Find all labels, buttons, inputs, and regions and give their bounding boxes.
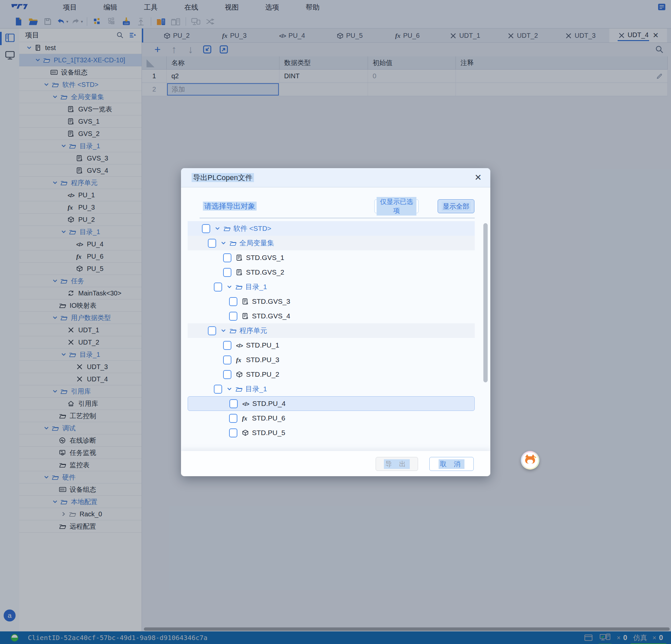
export-tree-label: 全局变量集 [239,238,274,248]
export-tree-item-global-var-sets[interactable]: 全局变量集 [188,236,475,250]
export-tree-label: STD.PU_6 [252,414,285,422]
checkbox[interactable] [229,414,237,423]
export-button[interactable]: 导 出 [376,457,418,471]
export-tree-label: STD.GVS_4 [252,312,290,320]
dialog-header[interactable]: 导出PLCopen文件 ✕ [181,168,490,187]
export-tree-label: 程序单元 [239,326,267,335]
export-tree-item-std-pu-2[interactable]: STD.PU_2 [188,367,475,382]
chevron-down-icon[interactable] [227,284,236,290]
folder-icon [236,284,245,290]
chevron-down-icon[interactable] [215,226,224,231]
checkbox[interactable] [223,268,231,277]
checkbox[interactable] [223,341,231,350]
export-tree-label: STD.GVS_2 [246,268,284,276]
export-tree-label: STD.PU_5 [252,429,285,437]
chevron-down-icon[interactable] [227,386,236,392]
checkbox[interactable] [223,253,231,262]
gvs-icon [242,313,252,319]
close-icon[interactable]: ✕ [474,173,482,183]
export-tree-item-std-pu-4[interactable]: </>STD.PU_4 [188,396,475,411]
export-tree-label: 软件 <STD> [233,224,271,233]
chevron-down-icon[interactable] [221,328,229,333]
assistant-avatar-button[interactable]: ✦ [521,451,540,470]
dialog-scrollbar[interactable] [483,221,488,447]
code-icon: </> [236,341,246,349]
fx-icon: fx [236,356,246,364]
gvs-icon [236,254,246,261]
gvs-icon [242,298,252,305]
export-object-tree: 软件 <STD>全局变量集STD.GVS_1STD.GVS_2目录_1STD.G… [188,221,475,443]
cancel-button[interactable]: 取 消 [429,457,474,471]
export-tree-label: STD.PU_2 [246,370,279,378]
checkbox[interactable] [229,428,237,438]
dialog-footer: 导 出 取 消 [181,451,490,476]
cube-icon [242,429,252,436]
gvs-icon [236,269,246,276]
export-tree-item-software-std[interactable]: 软件 <STD> [188,221,475,236]
export-tree-item-std-pu-3[interactable]: fxSTD.PU_3 [188,353,475,367]
code-icon: </> [242,400,252,407]
fx-icon: fx [242,414,252,422]
export-plcopen-dialog: 导出PLCopen文件 ✕ 请选择导出对象 仅显示已选项 显示全部 软件 <ST… [181,168,490,476]
export-tree-item-std-gvs-1[interactable]: STD.GVS_1 [188,250,475,265]
dialog-prompt: 请选择导出对象 [203,202,257,211]
export-tree-label: STD.PU_4 [252,400,286,407]
show-all-button[interactable]: 显示全部 [438,199,474,213]
export-tree-label: 目录_1 [245,282,267,291]
checkbox[interactable] [208,326,216,335]
export-tree-item-program-units[interactable]: 程序单元 [188,323,475,338]
export-tree-item-std-pu-1[interactable]: </>STD.PU_1 [188,338,475,353]
folder-icon [224,226,233,232]
export-tree-label: 目录_1 [245,384,267,394]
export-tree-item-dir-1-gvs[interactable]: 目录_1 [188,280,475,294]
checkbox[interactable] [214,282,222,291]
folder-icon [229,328,239,334]
checkbox[interactable] [223,370,231,379]
dialog-title: 导出PLCopen文件 [192,173,254,182]
fox-face-icon: ✦ [522,452,538,468]
export-tree-item-std-gvs-2[interactable]: STD.GVS_2 [188,265,475,280]
export-tree-label: STD.GVS_3 [252,298,290,305]
export-tree-item-std-pu-6[interactable]: fxSTD.PU_6 [188,411,475,426]
export-tree-label: STD.PU_3 [246,356,279,364]
cube-icon [236,371,246,378]
checkbox[interactable] [229,297,237,306]
checkbox[interactable] [229,399,238,408]
checkbox[interactable] [229,312,237,321]
show-selected-only-button[interactable]: 仅显示已选项 [374,199,419,213]
checkbox[interactable] [223,355,231,364]
folder-icon [229,240,239,247]
checkbox[interactable] [208,239,216,248]
export-tree-label: STD.GVS_1 [246,254,284,262]
export-tree-item-dir-1-pu[interactable]: 目录_1 [188,382,475,396]
export-tree-item-std-gvs-4[interactable]: STD.GVS_4 [188,309,475,323]
divider [200,218,475,218]
export-tree-item-std-gvs-3[interactable]: STD.GVS_3 [188,294,475,309]
checkbox[interactable] [202,224,210,233]
chevron-down-icon[interactable] [221,240,229,246]
checkbox[interactable] [214,385,222,394]
export-tree-label: STD.PU_1 [246,341,279,349]
export-tree-item-std-pu-5[interactable]: STD.PU_5 [188,426,475,440]
folder-icon [236,386,245,392]
